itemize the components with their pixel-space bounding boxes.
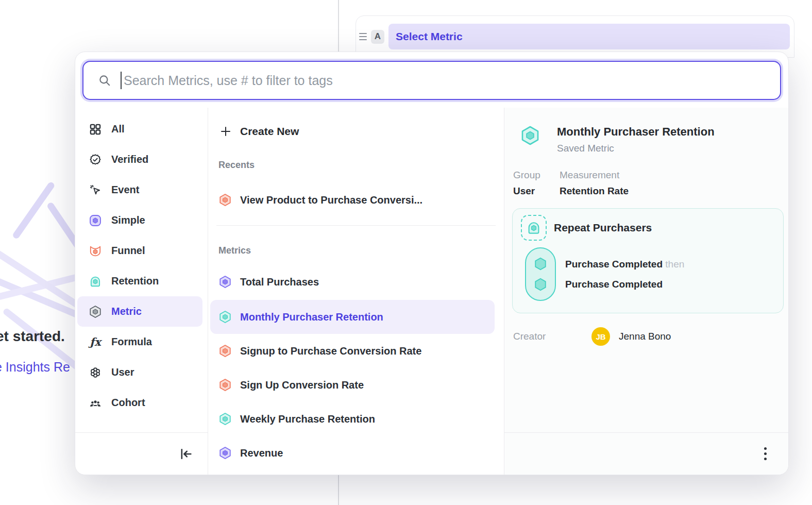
sidebar-item-label: Event [111, 184, 139, 196]
metric-picker-modal: Search Metrics, use # to filter to tags … [75, 52, 789, 475]
metric-list-panel: Create New Recents View Product to Purch… [208, 108, 504, 475]
group-value: User [513, 186, 549, 197]
sequence-step-2: Purchase Completed [565, 279, 684, 290]
search-placeholder: Search Metrics, use # to filter to tags [124, 73, 333, 88]
metric-list-item[interactable]: Revenue [208, 436, 504, 470]
sidebar-item-formula[interactable]: ƒx Formula [77, 327, 202, 357]
metric-item-label: Sign Up Conversion Rate [240, 379, 364, 391]
select-metric-label: Select Metric [396, 30, 463, 43]
funnel-hexagon-icon [89, 244, 102, 258]
hexagon-metric-icon [218, 275, 232, 289]
text-caret [121, 72, 122, 89]
sidebar-item-all[interactable]: All [77, 114, 202, 144]
metric-list-item[interactable]: Weekly Purchase Retention [208, 402, 504, 436]
hexagon-metric-icon [218, 412, 232, 426]
creator-label: Creator [513, 331, 591, 342]
create-new-button[interactable]: Create New [208, 115, 504, 148]
creator-name: Jenna Bono [619, 331, 671, 342]
measurement-value: Retention Rate [560, 186, 629, 197]
metric-item-label: Total Purchases [240, 276, 319, 288]
sidebar-item-cohort[interactable]: Cohort [77, 388, 202, 418]
metrics-section-label: Metrics [208, 236, 504, 265]
sidebar-item-label: Simple [111, 214, 145, 226]
background-link-text[interactable]: e Insights Re [0, 360, 70, 375]
sidebar-item-funnel[interactable]: Funnel [77, 235, 202, 266]
metric-definition-card: Repeat Purchasers Purchase Completed the… [512, 208, 784, 313]
cursor-click-icon [89, 183, 102, 197]
metric-hexagon-icon [89, 305, 102, 318]
sidebar-item-verified[interactable]: Verified [77, 144, 202, 175]
hexagon-metric-icon [218, 310, 232, 324]
sidebar-item-simple[interactable]: Simple [77, 205, 202, 235]
metric-item-label: Revenue [240, 447, 283, 459]
metric-list-item-selected[interactable]: Monthly Purchaser Retention [210, 300, 495, 334]
metric-detail-title: Monthly Purchaser Retention [557, 125, 715, 139]
metric-detail-panel: Monthly Purchaser Retention Saved Metric… [504, 108, 788, 475]
event-hexagon-icon [533, 256, 548, 272]
simple-hexagon-icon [89, 214, 102, 227]
metric-item-label: Signup to Purchase Conversion Rate [240, 345, 421, 357]
measurement-label: Measurement [560, 170, 629, 181]
kebab-menu-icon[interactable] [761, 444, 770, 463]
sidebar-item-label: User [111, 366, 134, 378]
sidebar-item-label: Funnel [111, 245, 145, 257]
recent-item-label: View Product to Purchase Conversi... [240, 194, 422, 206]
sidebar-item-retention[interactable]: Retention [77, 266, 202, 296]
search-icon [98, 74, 111, 87]
recents-section-label: Recents [208, 151, 504, 179]
metric-detail-hexagon-icon [520, 125, 540, 146]
behavior-name: Repeat Purchasers [554, 222, 652, 234]
sequence-connector: then [665, 259, 684, 270]
behavior-dashed-icon [521, 215, 547, 241]
collapse-left-icon[interactable] [179, 447, 193, 461]
create-new-label: Create New [240, 125, 299, 138]
detail-footer [504, 432, 788, 475]
metric-detail-subtitle: Saved Metric [557, 143, 715, 154]
user-cluster-icon [89, 366, 102, 379]
retention-arch-icon [526, 220, 542, 235]
sidebar-item-label: Retention [111, 275, 159, 287]
section-divider [216, 225, 496, 226]
metric-list-item[interactable]: Signup to Purchase Conversion Rate [208, 334, 504, 368]
metric-list-item[interactable]: Sign Up Conversion Rate [208, 368, 504, 402]
drag-handle-icon[interactable] [359, 33, 367, 40]
metric-list-item[interactable]: Total Purchases [208, 265, 504, 299]
sidebar-item-label: Verified [111, 154, 148, 165]
verified-badge-icon [89, 153, 102, 166]
event-hexagon-icon [533, 277, 548, 292]
retention-arch-icon [89, 275, 102, 288]
recent-item[interactable]: View Product to Purchase Conversi... [208, 183, 504, 217]
creator-avatar: JB [591, 327, 610, 346]
sidebar-footer [75, 432, 208, 475]
sidebar-item-label: Formula [111, 336, 152, 348]
cohort-people-icon [89, 396, 102, 410]
metric-letter-badge: A [371, 30, 384, 44]
metric-item-label: Monthly Purchaser Retention [240, 311, 383, 323]
background-heading-text: et started. [0, 328, 65, 345]
metric-item-label: Weekly Purchase Retention [240, 413, 375, 425]
hexagon-metric-icon [218, 193, 232, 207]
sidebar-item-label: Cohort [111, 397, 145, 409]
category-sidebar: All Verified Event [75, 108, 208, 475]
sidebar-item-metric[interactable]: Metric [77, 296, 202, 327]
event-sequence-pill [525, 247, 556, 301]
sidebar-item-event[interactable]: Event [77, 175, 202, 205]
grid-icon [89, 123, 102, 136]
plus-icon [219, 125, 232, 138]
select-metric-button[interactable]: Select Metric [388, 24, 790, 49]
search-input[interactable]: Search Metrics, use # to filter to tags [82, 61, 781, 100]
sequence-step-1: Purchase Completed then [565, 259, 684, 270]
hexagon-metric-icon [218, 446, 232, 460]
group-label: Group [513, 170, 549, 181]
hexagon-metric-icon [218, 344, 232, 358]
formula-fx-icon: ƒx [89, 335, 102, 348]
sidebar-item-label: Metric [111, 306, 142, 317]
hexagon-metric-icon [218, 378, 232, 392]
sidebar-item-user[interactable]: User [77, 357, 202, 388]
sidebar-item-label: All [111, 123, 125, 135]
